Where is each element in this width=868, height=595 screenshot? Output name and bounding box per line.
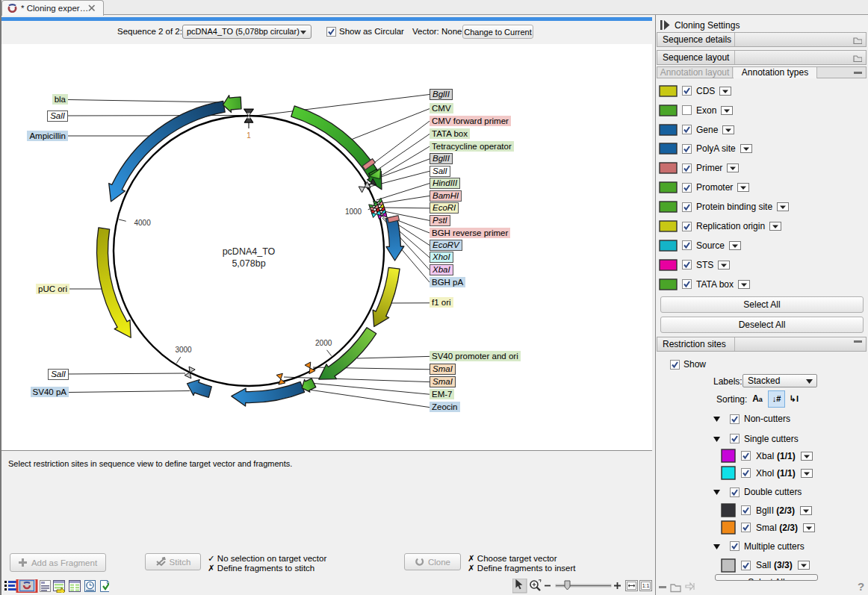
svg-text:1000: 1000 [345,208,362,216]
svg-text:pcDNA4_TO: pcDNA4_TO [223,246,276,257]
svg-text:1: 1 [247,131,251,140]
svg-text:2000: 2000 [315,339,332,347]
svg-text:5,078bp: 5,078bp [232,258,265,269]
svg-text:3000: 3000 [175,346,192,354]
svg-text:4000: 4000 [134,219,152,227]
svg-text:1:1: 1:1 [642,583,650,588]
